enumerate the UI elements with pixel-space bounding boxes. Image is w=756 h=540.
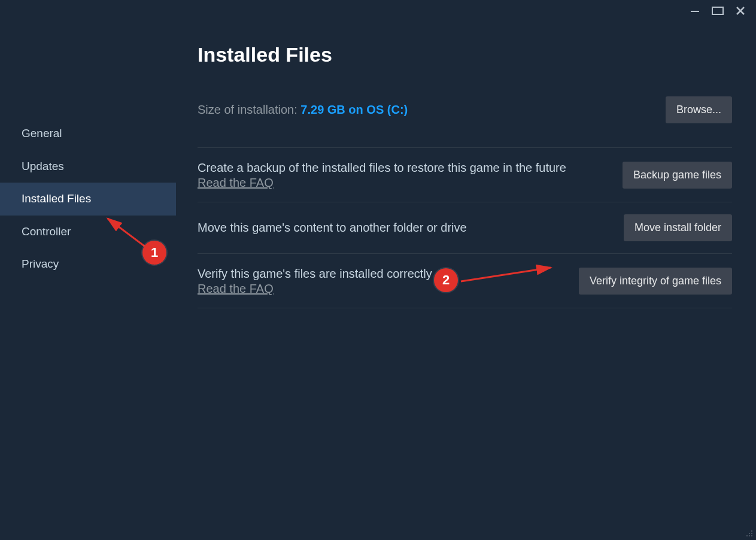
sidebar-item-label: Privacy <box>22 257 59 270</box>
maximize-icon <box>712 7 724 15</box>
annotation-badge-1: 1 <box>142 241 166 265</box>
minimize-button[interactable] <box>690 6 700 16</box>
svg-rect-1 <box>712 7 723 14</box>
page-title: Installed Files <box>198 43 732 66</box>
window-body: General Updates Installed Files Controll… <box>0 22 756 540</box>
sidebar-item-updates[interactable]: Updates <box>0 150 176 183</box>
minimize-icon <box>690 6 700 16</box>
backup-description: Create a backup of the installed files t… <box>198 160 566 176</box>
sidebar-item-label: Updates <box>22 160 64 172</box>
sidebar-item-installed-files[interactable]: Installed Files <box>0 183 176 216</box>
maximize-button[interactable] <box>712 7 724 15</box>
backup-faq-link[interactable]: Read the FAQ <box>198 176 274 189</box>
move-section: Move this game's content to another fold… <box>198 202 732 253</box>
sidebar-item-general[interactable]: General <box>0 117 176 150</box>
verify-section: Verify this game's files are installed c… <box>198 253 732 308</box>
resize-grip[interactable] <box>744 528 752 536</box>
sidebar-item-label: Installed Files <box>22 192 91 205</box>
size-value: 7.29 GB on OS (C:) <box>300 103 408 116</box>
verify-faq-link[interactable]: Read the FAQ <box>198 282 274 295</box>
backup-section: Create a backup of the installed files t… <box>198 147 732 202</box>
verify-integrity-button[interactable]: Verify integrity of game files <box>579 268 732 295</box>
sidebar-item-label: Controller <box>22 225 71 238</box>
sidebar: General Updates Installed Files Controll… <box>0 22 176 540</box>
content-panel: Installed Files Size of installation: 7.… <box>176 22 756 540</box>
annotation-badge-2: 2 <box>434 268 458 292</box>
close-icon <box>736 6 745 16</box>
verify-description: Verify this game's files are installed c… <box>198 266 432 282</box>
installation-size-text: Size of installation: 7.29 GB on OS (C:) <box>198 103 408 117</box>
installation-size-row: Size of installation: 7.29 GB on OS (C:)… <box>198 96 732 123</box>
sidebar-item-label: General <box>22 127 62 139</box>
backup-game-files-button[interactable]: Backup game files <box>623 162 732 189</box>
close-button[interactable] <box>736 6 745 16</box>
size-label: Size of installation: <box>198 103 300 116</box>
svg-rect-0 <box>691 11 699 12</box>
browse-button[interactable]: Browse... <box>666 96 732 123</box>
window-titlebar <box>0 0 756 22</box>
move-description: Move this game's content to another fold… <box>198 220 467 236</box>
move-install-folder-button[interactable]: Move install folder <box>624 214 732 241</box>
properties-window: General Updates Installed Files Controll… <box>0 0 756 540</box>
